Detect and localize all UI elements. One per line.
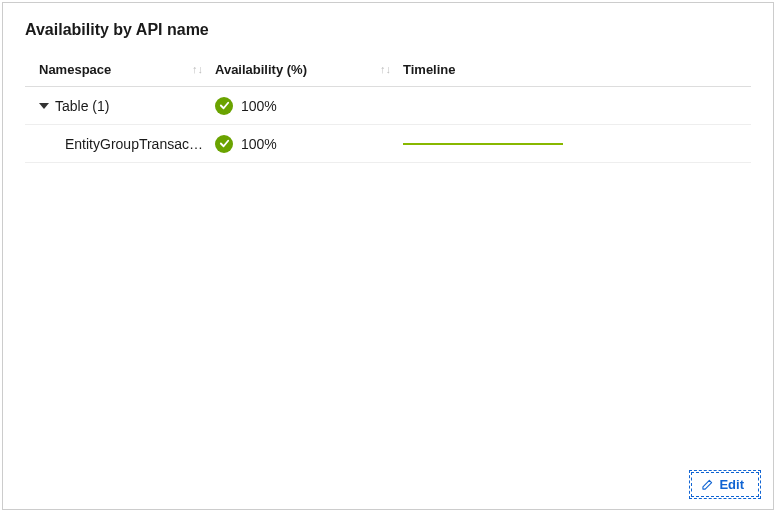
check-circle-icon	[215, 135, 233, 153]
table-header-row: Namespace ↑↓ Availability (%) ↑↓ Timelin…	[25, 53, 751, 87]
timeline-sparkline	[403, 143, 563, 145]
column-header-namespace[interactable]: Namespace ↑↓	[25, 62, 215, 77]
cell-namespace: EntityGroupTransacti...	[25, 136, 215, 152]
namespace-label: EntityGroupTransacti...	[65, 136, 205, 152]
column-label: Timeline	[403, 62, 456, 77]
edit-button[interactable]: Edit	[691, 472, 759, 497]
sort-icon: ↑↓	[380, 64, 391, 75]
check-circle-icon	[215, 97, 233, 115]
chevron-down-icon[interactable]	[39, 103, 49, 109]
availability-value: 100%	[241, 136, 277, 152]
column-header-availability[interactable]: Availability (%) ↑↓	[215, 62, 403, 77]
edit-button-label: Edit	[719, 477, 744, 492]
column-label: Availability (%)	[215, 62, 307, 77]
cell-namespace: Table (1)	[25, 98, 215, 114]
pencil-icon	[702, 479, 713, 490]
cell-timeline	[403, 143, 751, 145]
table-row[interactable]: Table (1) 100%	[25, 87, 751, 125]
cell-availability: 100%	[215, 97, 403, 115]
availability-panel: Availability by API name Namespace ↑↓ Av…	[2, 2, 774, 510]
panel-title: Availability by API name	[3, 21, 773, 53]
availability-value: 100%	[241, 98, 277, 114]
sort-icon: ↑↓	[192, 64, 203, 75]
column-label: Namespace	[39, 62, 111, 77]
table-row[interactable]: EntityGroupTransacti... 100%	[25, 125, 751, 163]
api-availability-table: Namespace ↑↓ Availability (%) ↑↓ Timelin…	[3, 53, 773, 163]
column-header-timeline[interactable]: Timeline	[403, 62, 751, 77]
namespace-label: Table (1)	[55, 98, 109, 114]
cell-availability: 100%	[215, 135, 403, 153]
